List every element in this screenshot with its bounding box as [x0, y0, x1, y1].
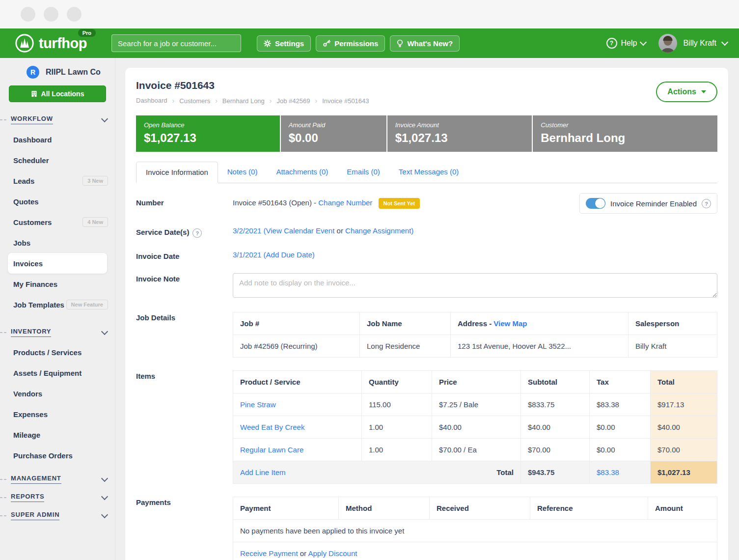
brand-logo[interactable]: turfhop Pro — [15, 33, 87, 53]
open-balance-value: $1,027.13 — [144, 131, 272, 145]
avatar — [658, 34, 677, 53]
sidebar-item-vendors[interactable]: Vendors — [0, 383, 115, 404]
item-link[interactable]: Regular Lawn Care — [240, 446, 303, 454]
items-total-tax-link[interactable]: $83.38 — [597, 468, 619, 476]
question-circle-icon[interactable]: ? — [702, 199, 711, 208]
item-subtotal: $70.00 — [521, 439, 590, 461]
sidebar-item-expenses[interactable]: Expenses — [0, 404, 115, 424]
breadcrumb-dashboard[interactable]: Dashboard — [136, 97, 167, 105]
workflow-section-header[interactable]: WORKFLOW — [0, 115, 115, 124]
super-admin-section-header[interactable]: SUPER ADMIN — [0, 511, 115, 520]
receive-payment-link[interactable]: Receive Payment — [240, 549, 298, 558]
org-avatar: R — [27, 66, 39, 79]
tax-header: Tax — [590, 371, 651, 393]
reports-section-header[interactable]: REPORTS — [0, 493, 115, 502]
reports-label: REPORTS — [11, 493, 44, 502]
sidebar-item-customers[interactable]: Customers4 New — [0, 212, 115, 232]
sidebar-item-quotes[interactable]: Quotes — [0, 191, 115, 212]
sidebar-item-mileage[interactable]: Mileage — [0, 424, 115, 445]
sidebar-item-jobs[interactable]: Jobs — [0, 232, 115, 253]
apply-discount-link[interactable]: Apply Discount — [308, 549, 357, 558]
tab-emails[interactable]: Emails (0) — [337, 162, 389, 183]
reference-header: Reference — [530, 497, 648, 520]
sidebar-item-purchase-orders[interactable]: Purchase Orders — [0, 445, 115, 466]
tab-invoice-information[interactable]: Invoice Information — [136, 162, 218, 183]
item-price: $70.00 / Ea — [432, 439, 521, 461]
view-calendar-event-link[interactable]: (View Calendar Event — [264, 226, 335, 235]
all-locations-button[interactable]: All Locations — [9, 85, 106, 102]
item-link[interactable]: Pine Straw — [240, 400, 276, 409]
invoice-note-label: Invoice Note — [136, 273, 233, 299]
job-name-header: Job Name — [360, 312, 451, 335]
window-chrome — [0, 0, 739, 28]
window-dot — [21, 7, 35, 22]
window-dot — [44, 7, 58, 22]
view-map-link[interactable]: View Map — [493, 319, 527, 328]
item-total: $70.00 — [651, 439, 717, 461]
add-line-item-link[interactable]: Add Line Item — [240, 468, 286, 476]
quantity-header: Quantity — [362, 371, 432, 393]
invoice-date-link[interactable]: 3/1/2021 — [233, 251, 261, 259]
job-details-table: Job # Job Name Address - View Map Salesp… — [233, 312, 717, 358]
payment-header: Payment — [233, 497, 339, 520]
super-admin-label: SUPER ADMIN — [11, 511, 59, 520]
breadcrumb-job[interactable]: Job #42569 — [270, 97, 310, 105]
all-locations-label: All Locations — [41, 90, 84, 98]
whats-new-button[interactable]: What's New? — [390, 35, 460, 52]
payments-table: Payment Method Received Reference Amount… — [233, 497, 717, 560]
payments-empty-text: No payments have been applied to this in… — [233, 520, 717, 542]
method-header: Method — [339, 497, 430, 520]
main-content: Invoice #501643 Dashboard Customers Bern… — [115, 58, 739, 560]
inventory-section-header[interactable]: INVENTORY — [0, 328, 115, 337]
change-assignment-link[interactable]: Change Assignment) — [345, 226, 413, 235]
breadcrumb-invoice: Invoice #501643 — [315, 97, 369, 105]
sidebar-item-my-finances[interactable]: My Finances — [0, 274, 115, 294]
or-text: or — [300, 549, 306, 558]
product-service-header: Product / Service — [233, 371, 362, 393]
tab-bar: Invoice Information Notes (0) Attachment… — [136, 162, 717, 183]
number-label: Number — [136, 197, 233, 214]
breadcrumb-customer-name[interactable]: Bernhard Long — [215, 97, 265, 105]
add-due-date-link[interactable]: (Add Due Date) — [264, 251, 315, 259]
breadcrumb-customers[interactable]: Customers — [172, 97, 211, 105]
sidebar-item-dashboard[interactable]: Dashboard — [0, 129, 115, 150]
help-icon: ? — [606, 38, 617, 49]
items-footer-row: Add Line Item Total $943.75 $83.38 $1,02… — [233, 461, 717, 484]
actions-button[interactable]: Actions — [656, 82, 717, 102]
user-menu[interactable]: Billy Kraft — [658, 34, 727, 53]
change-number-link[interactable]: Change Number — [318, 198, 372, 207]
job-number-cell: Job #42569 (Recurring) — [233, 335, 360, 358]
management-section-header[interactable]: MANAGEMENT — [0, 475, 115, 484]
price-header: Price — [432, 371, 521, 393]
question-circle-icon[interactable]: ? — [192, 228, 202, 238]
sidebar-item-invoices[interactable]: Invoices — [8, 253, 107, 274]
permissions-button[interactable]: Permissions — [316, 35, 385, 52]
org-row[interactable]: R RIIPL Lawn Co — [0, 66, 115, 79]
sidebar-item-leads[interactable]: Leads3 New — [0, 170, 115, 191]
open-balance-card: Open Balance $1,027.13 — [136, 115, 280, 152]
chevron-down-icon — [640, 39, 647, 46]
invoice-reminder-toggle[interactable] — [586, 198, 605, 209]
tab-text-messages[interactable]: Text Messages (0) — [389, 162, 468, 183]
payments-label: Payments — [136, 497, 233, 560]
sidebar-item-job-templates[interactable]: Job TemplatesNew Feature — [0, 294, 115, 315]
service-date-link[interactable]: 3/2/2021 — [233, 226, 261, 235]
tab-attachments[interactable]: Attachments (0) — [267, 162, 337, 183]
invoice-note-input[interactable] — [233, 273, 717, 298]
settings-button[interactable]: Settings — [257, 35, 311, 52]
sidebar-item-products-services[interactable]: Products / Services — [0, 342, 115, 363]
table-row: Pine Straw 115.00 $7.25 / Bale $833.75 $… — [233, 393, 717, 416]
chevron-down-icon — [101, 115, 108, 122]
window-dot — [67, 7, 82, 22]
invoice-amount-label: Invoice Amount — [395, 121, 524, 129]
global-search-input[interactable] — [111, 34, 241, 52]
sidebar-item-scheduler[interactable]: Scheduler — [0, 150, 115, 170]
sidebar-item-assets-equipment[interactable]: Assets / Equipment — [0, 363, 115, 383]
tab-notes[interactable]: Notes (0) — [218, 162, 267, 183]
help-menu[interactable]: ? Help — [606, 38, 646, 49]
item-link[interactable]: Weed Eat By Creek — [240, 423, 304, 431]
invoice-date-label: Invoice Date — [136, 251, 233, 260]
item-qty: 115.00 — [362, 393, 432, 416]
key-icon — [323, 39, 330, 47]
management-label: MANAGEMENT — [11, 475, 61, 484]
